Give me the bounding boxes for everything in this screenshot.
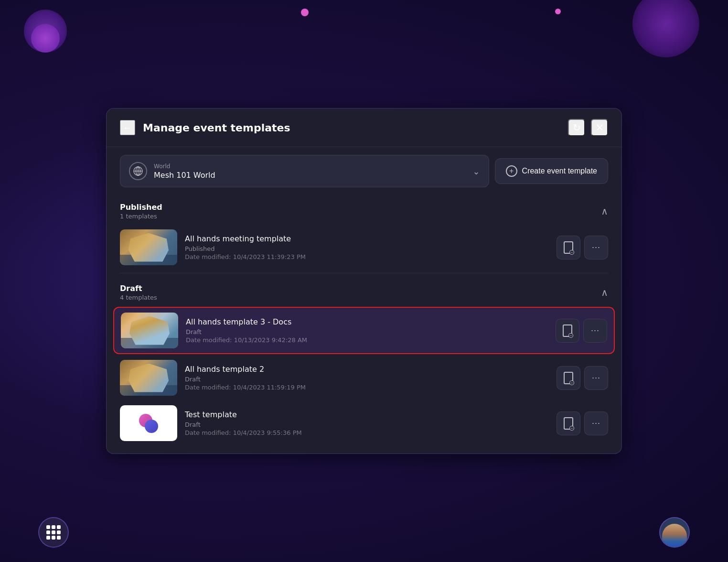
avatar-figure <box>662 524 687 548</box>
template-name: Test template <box>185 410 549 419</box>
template-info: All hands template 3 - Docs Draft Date m… <box>186 317 548 344</box>
mobile-minus-icon: − <box>568 333 573 338</box>
mobile-minus-icon: − <box>569 426 574 431</box>
mesh-logo <box>137 411 161 435</box>
bg-decoration <box>24 10 67 53</box>
published-collapse-button[interactable]: ∧ <box>601 205 608 217</box>
template-mobile-button[interactable]: − <box>557 236 580 259</box>
template-mobile-button[interactable]: − <box>556 319 579 343</box>
main-panel: ← Manage event templates ↻ ✕ <box>106 108 622 454</box>
template-actions: − ··· <box>557 236 608 259</box>
close-icon: ✕ <box>596 122 604 133</box>
draft-section-info: Draft 4 templates <box>120 284 157 301</box>
world-name: Mesh 101 World <box>154 171 466 180</box>
create-button-label: Create event template <box>522 167 597 175</box>
thumbnail-arch-inner <box>128 233 169 262</box>
draft-section-title: Draft <box>120 284 157 293</box>
template-thumbnail <box>120 405 177 441</box>
more-dots-icon: ··· <box>592 373 600 383</box>
template-item[interactable]: All hands meeting template Published Dat… <box>107 225 621 270</box>
world-icon <box>129 162 147 180</box>
bg-decoration <box>555 9 561 14</box>
template-item[interactable]: Test template Draft Date modified: 10/4/… <box>107 400 621 446</box>
world-selector[interactable]: World Mesh 101 World ⌄ <box>120 155 489 187</box>
grid-dot <box>46 525 50 529</box>
grid-dot <box>57 530 61 534</box>
draft-collapse-button[interactable]: ∧ <box>601 287 608 298</box>
header-left: ← Manage event templates <box>120 120 290 135</box>
template-actions: − ··· <box>557 411 608 435</box>
template-info: Test template Draft Date modified: 10/4/… <box>185 410 549 436</box>
bg-decoration <box>31 24 60 53</box>
draft-section-header: Draft 4 templates ∧ <box>107 276 621 306</box>
grid-dot <box>52 525 55 529</box>
template-status: Draft <box>186 328 548 335</box>
avatar-button[interactable] <box>659 517 690 548</box>
template-date: Date modified: 10/4/2023 11:59:19 PM <box>185 384 549 391</box>
world-text: World Mesh 101 World <box>154 163 466 180</box>
plus-icon: + <box>506 165 517 177</box>
published-section-info: Published 1 templates <box>120 203 162 220</box>
template-more-button[interactable]: ··· <box>583 319 607 343</box>
mesh-logo-circle-blue <box>145 420 158 433</box>
template-actions: − ··· <box>556 319 607 343</box>
grid-menu-button[interactable] <box>38 517 69 548</box>
template-more-button[interactable]: ··· <box>584 366 608 390</box>
thumbnail-image <box>121 313 178 348</box>
template-item-selected[interactable]: All hands template 3 - Docs Draft Date m… <box>113 307 615 354</box>
template-date: Date modified: 10/4/2023 11:39:23 PM <box>185 253 549 260</box>
mobile-icon: − <box>564 241 573 254</box>
back-icon: ← <box>123 122 132 133</box>
more-dots-icon: ··· <box>592 242 600 252</box>
template-date: Date modified: 10/4/2023 9:55:36 PM <box>185 429 549 436</box>
panel-content: Published 1 templates ∧ All hands meetin… <box>107 195 621 454</box>
create-event-template-button[interactable]: + Create event template <box>495 158 608 184</box>
published-section-header: Published 1 templates ∧ <box>107 195 621 225</box>
published-section-title: Published <box>120 203 162 212</box>
thumbnail-arch-image <box>120 360 177 396</box>
section-divider <box>120 273 608 273</box>
back-button[interactable]: ← <box>120 120 135 135</box>
thumbnail-arch-inner <box>128 364 169 392</box>
grid-icon <box>46 525 61 540</box>
template-status: Draft <box>185 376 549 383</box>
template-status: Published <box>185 245 549 252</box>
template-mobile-button[interactable]: − <box>557 366 580 390</box>
template-thumbnail <box>121 313 178 348</box>
mobile-minus-icon: − <box>569 250 574 255</box>
grid-dot <box>52 530 55 534</box>
more-dots-icon: ··· <box>592 418 600 428</box>
refresh-icon: ↻ <box>573 122 581 133</box>
grid-dot <box>57 525 61 529</box>
template-info: All hands meeting template Published Dat… <box>185 234 549 260</box>
bg-decoration <box>301 9 309 16</box>
template-name: All hands template 2 <box>185 365 549 374</box>
mobile-icon: − <box>563 324 572 337</box>
template-thumbnail <box>120 360 177 396</box>
template-mobile-button[interactable]: − <box>557 411 580 435</box>
bg-decoration <box>632 0 699 57</box>
template-thumbnail <box>120 229 177 265</box>
template-more-button[interactable]: ··· <box>584 236 608 259</box>
thumbnail-inner <box>129 316 170 345</box>
grid-dot <box>52 536 55 540</box>
template-info: All hands template 2 Draft Date modified… <box>185 365 549 391</box>
template-name: All hands template 3 - Docs <box>186 317 548 326</box>
mobile-icon: − <box>564 372 573 384</box>
more-dots-icon: ··· <box>591 325 600 335</box>
template-date: Date modified: 10/13/2023 9:42:28 AM <box>186 336 548 344</box>
chevron-down-icon: ⌄ <box>472 166 480 176</box>
panel-title: Manage event templates <box>143 122 290 134</box>
grid-dot <box>46 536 50 540</box>
header-right: ↻ ✕ <box>568 119 608 136</box>
template-more-button[interactable]: ··· <box>584 411 608 435</box>
template-actions: − ··· <box>557 366 608 390</box>
template-name: All hands meeting template <box>185 234 549 243</box>
template-item[interactable]: All hands template 2 Draft Date modified… <box>107 355 621 400</box>
template-status: Draft <box>185 421 549 428</box>
draft-section-count: 4 templates <box>120 294 157 301</box>
refresh-button[interactable]: ↻ <box>568 119 585 136</box>
mobile-icon: − <box>564 417 573 430</box>
action-row: World Mesh 101 World ⌄ + Create event te… <box>107 147 621 195</box>
close-button[interactable]: ✕ <box>591 119 608 136</box>
